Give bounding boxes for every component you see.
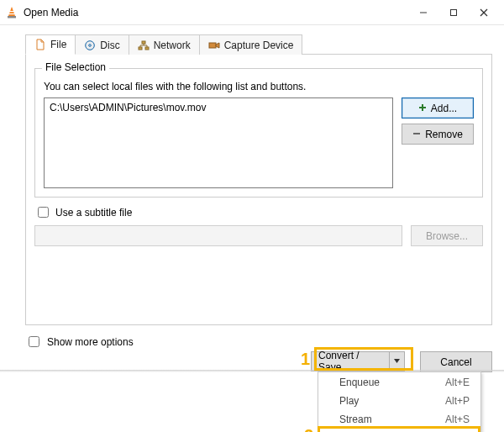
menu-item-play[interactable]: Play Alt+P (319, 392, 480, 410)
menu-shortcut: Alt+E (445, 377, 470, 388)
tab-capture-label: Capture Device (224, 40, 294, 51)
convert-save-menu: Enqueue Alt+E Play Alt+P Stream Alt+S Co… (318, 371, 481, 432)
network-icon (138, 40, 150, 51)
file-list-item[interactable]: C:\Users\ADMIN\Pictures\mov.mov (50, 102, 387, 113)
cancel-button-label: Cancel (440, 356, 471, 368)
app-icon (5, 6, 18, 19)
convert-save-label[interactable]: Convert / Save (312, 352, 389, 371)
svg-rect-10 (139, 47, 142, 50)
file-list[interactable]: C:\Users\ADMIN\Pictures\mov.mov (44, 97, 393, 188)
svg-rect-3 (8, 16, 16, 18)
svg-rect-5 (451, 9, 457, 15)
menu-label: Enqueue (339, 377, 380, 388)
svg-marker-17 (394, 359, 400, 363)
svg-rect-1 (9, 11, 14, 12)
remove-button[interactable]: Remove (402, 124, 474, 145)
file-selection-group: File Selection You can select local file… (34, 68, 483, 198)
menu-item-stream[interactable]: Stream Alt+S (319, 410, 480, 429)
file-icon (34, 39, 46, 50)
convert-save-dropdown[interactable] (389, 352, 404, 371)
tab-network-label: Network (154, 40, 191, 51)
tab-file[interactable]: File (25, 34, 76, 55)
minimize-button[interactable] (408, 0, 438, 24)
plus-icon (418, 103, 427, 114)
window-controls (408, 0, 499, 24)
titlebar: Open Media (0, 0, 504, 25)
tab-network[interactable]: Network (129, 34, 200, 55)
show-more-label: Show more options (47, 336, 134, 348)
subtitle-checkbox-label: Use a subtitle file (55, 207, 132, 219)
remove-button-label: Remove (425, 129, 463, 140)
svg-point-9 (89, 44, 92, 46)
file-selection-label: File Selection (42, 61, 109, 73)
file-selection-help: You can select local files with the foll… (44, 81, 474, 92)
tab-file-label: File (50, 39, 66, 50)
minus-icon (412, 129, 421, 140)
show-more-checkbox[interactable] (29, 336, 39, 347)
add-button-label: Add... (431, 103, 457, 114)
subtitle-path-input (34, 225, 402, 246)
add-button[interactable]: Add... (402, 97, 474, 119)
tab-capture[interactable]: Capture Device (199, 34, 303, 55)
tabstrip: File Disc Network Capture Device (25, 34, 492, 55)
tab-panel-file: File Selection You can select local file… (25, 55, 492, 325)
convert-save-button[interactable]: Convert / Save (311, 351, 405, 371)
capture-icon (208, 40, 220, 51)
menu-label: Stream (339, 414, 372, 425)
svg-rect-2 (9, 13, 15, 14)
chevron-down-icon (393, 356, 401, 367)
subtitle-browse-label: Browse... (426, 230, 468, 242)
subtitle-browse-button: Browse... (411, 225, 483, 246)
svg-rect-13 (209, 43, 216, 48)
annotation-number-2: 2 (304, 426, 313, 432)
disc-icon (84, 40, 96, 51)
svg-rect-12 (142, 41, 145, 44)
menu-item-enqueue[interactable]: Enqueue Alt+E (319, 373, 480, 392)
menu-shortcut: Alt+P (445, 395, 470, 407)
tab-disc-label: Disc (100, 40, 119, 51)
svg-rect-11 (145, 47, 149, 50)
menu-item-convert[interactable]: Convert Alt+O (319, 429, 480, 432)
close-button[interactable] (469, 0, 499, 24)
maximize-button[interactable] (438, 0, 469, 24)
subtitle-checkbox[interactable] (38, 207, 49, 218)
menu-shortcut: Alt+S (445, 414, 470, 425)
tab-disc[interactable]: Disc (75, 34, 129, 55)
menu-label: Play (339, 395, 359, 407)
window-title: Open Media (24, 7, 408, 18)
